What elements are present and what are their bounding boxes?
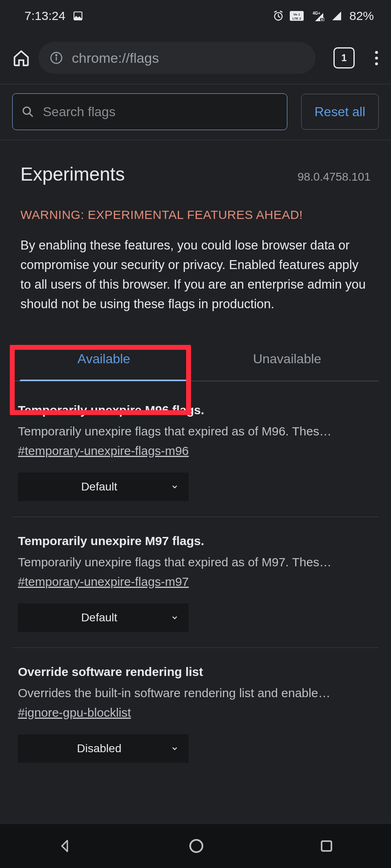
info-icon xyxy=(50,51,63,64)
search-row: Reset all xyxy=(12,93,379,130)
svg-text:R: R xyxy=(321,18,323,21)
flag-anchor-link[interactable]: #temporary-unexpire-flags-m96 xyxy=(18,444,189,458)
tab-active-indicator xyxy=(20,380,188,381)
flag-item: Temporarily unexpire M97 flags. Temporar… xyxy=(12,534,379,648)
warning-body: By enabling these features, you could lo… xyxy=(20,236,371,314)
reset-all-button[interactable]: Reset all xyxy=(301,94,379,130)
tab-unavailable-label: Unavailable xyxy=(253,351,321,366)
flag-title: Temporarily unexpire M96 flags. xyxy=(18,403,373,417)
home-icon[interactable] xyxy=(12,49,30,67)
title-row: Experiments 98.0.4758.101 xyxy=(20,163,371,185)
system-navbar xyxy=(0,824,391,868)
flag-description: Overrides the built-in software renderin… xyxy=(18,686,373,700)
address-bar[interactable]: chrome://flags xyxy=(38,42,315,74)
tab-available[interactable]: Available xyxy=(12,334,196,381)
svg-rect-14 xyxy=(322,841,331,851)
flag-dropdown-value: Default xyxy=(28,611,171,624)
tab-count-label: 1 xyxy=(341,52,347,64)
status-right: Vo 1LTE 2 4G+R 82% xyxy=(273,9,374,23)
url-text: chrome://flags xyxy=(72,50,159,66)
page-content: Reset all Experiments 98.0.4758.101 WARN… xyxy=(0,84,391,763)
volte-icon: Vo 1LTE 2 xyxy=(290,11,304,21)
flag-title: Temporarily unexpire M97 flags. xyxy=(18,534,373,548)
nav-back-icon[interactable] xyxy=(57,838,73,854)
chevron-down-icon xyxy=(171,744,179,753)
clock: 7:13:24 xyxy=(24,9,65,23)
flag-description: Temporarily unexpire flags that expired … xyxy=(18,555,373,569)
svg-text:Vo 1: Vo 1 xyxy=(293,13,300,16)
tabs: Available Unavailable xyxy=(12,334,379,381)
divider xyxy=(0,140,391,140)
browser-toolbar: chrome://flags 1 xyxy=(0,32,391,84)
search-icon xyxy=(22,106,34,118)
tab-switcher[interactable]: 1 xyxy=(333,47,355,68)
search-input[interactable] xyxy=(42,104,278,120)
signal-icon xyxy=(331,11,342,21)
flag-item: Temporarily unexpire M96 flags. Temporar… xyxy=(12,403,379,517)
status-left: 7:13:24 xyxy=(24,9,83,23)
flag-dropdown[interactable]: Default xyxy=(18,473,189,501)
tab-available-label: Available xyxy=(78,351,130,366)
flag-dropdown[interactable]: Disabled xyxy=(18,734,189,763)
flag-title: Override software rendering list xyxy=(18,665,373,679)
svg-point-13 xyxy=(190,840,202,852)
flag-description: Temporarily unexpire flags that expired … xyxy=(18,424,373,438)
search-flags-box[interactable] xyxy=(12,93,287,130)
nav-home-icon[interactable] xyxy=(188,838,204,854)
warning-heading: WARNING: EXPERIMENTAL FEATURES AHEAD! xyxy=(20,208,371,222)
flag-dropdown[interactable]: Default xyxy=(18,603,189,632)
svg-line-12 xyxy=(29,113,32,116)
overflow-menu-icon[interactable] xyxy=(375,51,378,65)
flag-dropdown-value: Disabled xyxy=(28,742,171,755)
status-bar: 7:13:24 Vo 1LTE 2 4G+R 82% xyxy=(0,0,391,32)
svg-text:4G+: 4G+ xyxy=(313,11,320,15)
battery-percent: 82% xyxy=(349,9,374,23)
signal-4g-icon: 4G+R xyxy=(309,11,326,21)
flags-list: Temporarily unexpire M96 flags. Temporar… xyxy=(12,403,379,763)
flag-item: Override software rendering list Overrid… xyxy=(12,665,379,763)
svg-point-10 xyxy=(56,55,57,56)
reset-all-label: Reset all xyxy=(315,104,366,119)
chevron-down-icon xyxy=(171,483,179,491)
flag-anchor-link[interactable]: #ignore-gpu-blocklist xyxy=(18,706,131,720)
alarm-icon xyxy=(273,10,284,22)
page-title: Experiments xyxy=(20,163,125,185)
flag-divider xyxy=(12,647,379,648)
nav-recents-icon[interactable] xyxy=(319,839,334,853)
chevron-down-icon xyxy=(171,614,179,622)
svg-text:LTE 2: LTE 2 xyxy=(292,17,301,20)
flag-divider xyxy=(12,517,379,517)
version-label: 98.0.4758.101 xyxy=(298,170,371,183)
tab-unavailable[interactable]: Unavailable xyxy=(196,334,379,381)
image-icon xyxy=(73,11,83,21)
flag-dropdown-value: Default xyxy=(28,480,171,493)
flag-anchor-link[interactable]: #temporary-unexpire-flags-m97 xyxy=(18,575,189,589)
